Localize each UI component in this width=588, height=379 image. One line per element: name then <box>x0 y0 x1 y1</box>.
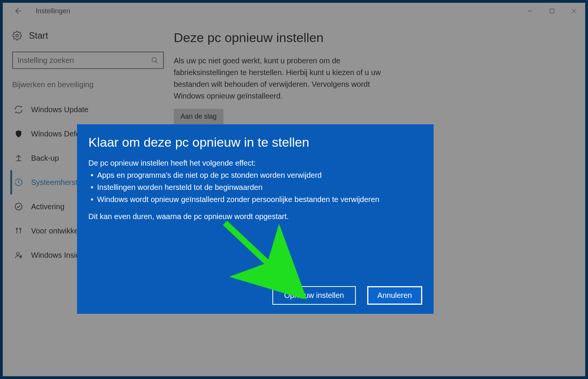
dialog-bullet: Instellingen worden hersteld tot de begi… <box>91 181 422 193</box>
dialog-intro: De pc opnieuw instellen heeft het volgen… <box>88 159 422 168</box>
reset-button[interactable]: Opnieuw instellen <box>272 286 356 305</box>
dialog-title: Klaar om deze pc opnieuw in te stellen <box>88 135 422 150</box>
dialog-bullet: Apps en programma's die niet op de pc st… <box>91 169 422 181</box>
settings-window: Instellingen S <box>3 3 585 376</box>
cancel-button[interactable]: Annuleren <box>367 286 422 305</box>
dialog-note: Dit kan even duren, waarna de pc opnieuw… <box>88 212 422 221</box>
dialog-bullet: Windows wordt opnieuw geïnstalleerd zond… <box>91 193 422 205</box>
reset-confirmation-dialog: Klaar om deze pc opnieuw in te stellen D… <box>77 124 434 314</box>
dialog-bullet-list: Apps en programma's die niet op de pc st… <box>88 169 422 205</box>
dialog-footer: Opnieuw instellen Annuleren <box>88 286 422 305</box>
